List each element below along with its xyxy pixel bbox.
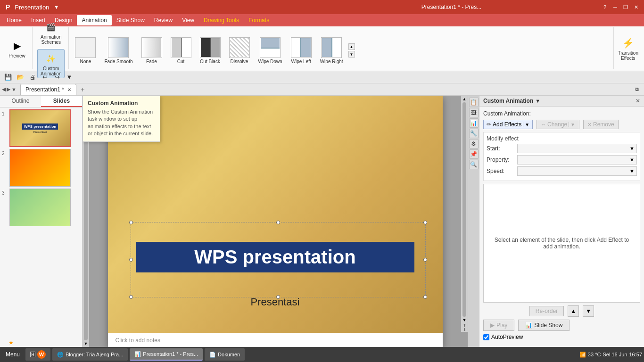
tab-presentation1[interactable]: Presentation1 * ✕: [20, 84, 76, 95]
taskbar-dokumen[interactable]: 📄 Dokumen: [205, 348, 245, 361]
play-btn[interactable]: ▶ Play: [483, 320, 514, 331]
handle-br[interactable]: [423, 295, 427, 299]
transition-fade[interactable]: Fade: [138, 32, 165, 69]
right-panel-header: Custom Animation ▼ ✕: [479, 96, 644, 107]
scroll-up-right[interactable]: ▲: [462, 97, 467, 101]
reorder-up-btn[interactable]: ▲: [568, 305, 579, 317]
slide-subtitle[interactable]: Presentasi: [136, 296, 414, 308]
menu-review[interactable]: Review: [149, 15, 177, 25]
window-controls[interactable]: ? ─ ❐ ✕: [601, 3, 640, 11]
qa-save[interactable]: 💾: [3, 72, 13, 82]
menu-home[interactable]: Home: [2, 15, 26, 25]
change-arrow[interactable]: ▼: [569, 122, 575, 127]
menu-animation[interactable]: Animation: [77, 15, 111, 25]
main-area: Outline Slides 1 WPS presentation Presen…: [0, 96, 644, 347]
menu-slideshow[interactable]: Slide Show: [112, 15, 149, 25]
vertical-scrollbar[interactable]: ▲ ▼ ⬆ ⬇: [461, 96, 468, 332]
change-btn[interactable]: ↔ Change ▼: [537, 120, 579, 129]
scroll-down-right[interactable]: ▼: [462, 318, 467, 322]
transition-none[interactable]: None: [72, 32, 99, 69]
panel-close-btn[interactable]: ✕: [636, 98, 640, 104]
menu-view[interactable]: View: [177, 15, 199, 25]
animation-schemes-label: AnimationSchemes: [41, 34, 61, 45]
taskbar-menu[interactable]: Menu: [2, 351, 24, 358]
qa-more[interactable]: ▼: [64, 72, 74, 82]
panel-tab-slides[interactable]: Slides: [41, 96, 82, 107]
handle-ml[interactable]: [129, 258, 133, 262]
qa-redo[interactable]: ↪: [52, 72, 62, 82]
transition-fade-smooth[interactable]: Fade Smooth: [101, 32, 136, 69]
scroll-collapse-up[interactable]: ⬆: [463, 323, 466, 328]
autopreview-row: AutoPreview: [483, 334, 640, 340]
side-btn-1[interactable]: 📋: [469, 98, 479, 107]
side-btn-2[interactable]: 🖼: [469, 108, 479, 117]
panel-dropdown-btn[interactable]: ▼: [535, 98, 540, 104]
taskbar-presentation[interactable]: 📊 Presentation1 * - Pres...: [130, 348, 203, 361]
speed-dropdown[interactable]: ▼: [517, 166, 637, 176]
qa-print[interactable]: 🖨: [27, 72, 38, 82]
side-btn-4[interactable]: 🔧: [469, 129, 479, 138]
side-btn-7[interactable]: 🔍: [469, 160, 479, 169]
remove-btn[interactable]: ✕ Remove: [583, 120, 619, 129]
transition-effects-icon[interactable]: ⚡: [620, 35, 636, 50]
menu-drawing-tools[interactable]: Drawing Tools: [199, 15, 244, 25]
add-effects-btn[interactable]: ✏ Add Effects ▼: [483, 120, 533, 129]
qa-open[interactable]: 📂: [15, 72, 25, 82]
transition-cut-black[interactable]: Cut Black: [197, 32, 224, 69]
add-effects-arrow[interactable]: ▼: [523, 122, 529, 127]
scroll-collapse-down[interactable]: ⬇: [463, 328, 466, 332]
side-btn-6[interactable]: 📌: [469, 149, 479, 159]
menu-formats[interactable]: Formats: [244, 15, 274, 25]
handle-bl[interactable]: [129, 295, 133, 299]
slide-preview-2[interactable]: [9, 149, 71, 187]
reorder-btn[interactable]: Re-order: [529, 306, 564, 316]
help-btn[interactable]: ?: [601, 3, 609, 11]
taskbar-blogger[interactable]: 🌐 Blogger: Tria Ajeng Pra...: [52, 348, 128, 361]
side-btn-5[interactable]: ⚙: [469, 139, 479, 148]
property-dropdown[interactable]: ▼: [517, 155, 637, 165]
transition-cut-label: Cut: [177, 59, 185, 64]
transition-cut[interactable]: Cut: [167, 32, 195, 69]
slide-thumb-2[interactable]: 2: [2, 149, 80, 187]
autopreview-checkbox[interactable]: [483, 334, 489, 340]
transition-scroll-down[interactable]: ▼: [348, 51, 355, 58]
animation-schemes-btn[interactable]: 🎬 AnimationSchemes: [38, 18, 64, 46]
start-dropdown[interactable]: ▼: [517, 144, 637, 153]
slide-preview-3[interactable]: [9, 189, 71, 226]
preview-btn[interactable]: ▶ Preview: [6, 37, 28, 60]
slide-thumb-3[interactable]: 3 ★: [2, 189, 80, 226]
nav-back[interactable]: ◀: [2, 86, 6, 92]
restore-btn[interactable]: ❐: [621, 3, 630, 11]
panel-tab-outline[interactable]: Outline: [0, 96, 41, 107]
notes-area[interactable]: Click to add notes: [108, 333, 443, 347]
nav-dropdown[interactable]: ▼: [11, 87, 17, 92]
effects-buttons-row: ✏ Add Effects ▼ ↔ Change ▼ ✕ Remove: [483, 120, 640, 129]
handle-tr[interactable]: [423, 221, 427, 224]
reorder-down-btn[interactable]: ▼: [583, 305, 594, 317]
nav-forward[interactable]: ▶: [7, 86, 10, 92]
tab-add-btn[interactable]: +: [77, 84, 88, 95]
side-btn-3[interactable]: 📊: [469, 118, 479, 128]
transition-scroll-up[interactable]: ▲: [348, 43, 355, 50]
restore-down-btn[interactable]: ⧉: [632, 84, 642, 95]
transition-wipe-down[interactable]: Wipe Down: [255, 32, 286, 69]
handle-tc[interactable]: [276, 221, 280, 224]
scroll-down-btn[interactable]: ▼: [84, 341, 88, 346]
slideshow-btn[interactable]: 📊 Slide Show: [518, 320, 570, 331]
transition-wipe-right[interactable]: Wipe Right: [317, 32, 347, 69]
tab-close-btn[interactable]: ✕: [67, 87, 71, 92]
qa-undo[interactable]: ↩: [40, 72, 50, 82]
close-btn[interactable]: ✕: [632, 3, 640, 11]
minimize-btn[interactable]: ─: [611, 3, 619, 11]
transition-wipe-left[interactable]: Wipe Left: [288, 32, 315, 69]
handle-mr[interactable]: [423, 258, 427, 262]
slide-thumb-1[interactable]: 1 WPS presentation Presentasi: [2, 109, 80, 147]
presentation-icon: 📊: [134, 351, 141, 357]
taskbar-wps-icon[interactable]: 🅆 W: [25, 348, 50, 361]
speed-arrow: ▼: [629, 168, 635, 174]
transition-dissolve[interactable]: Dissolve: [226, 32, 253, 69]
ribbon: ▶ Preview 🎬 AnimationSchemes ✨ CustomAni…: [0, 26, 644, 71]
slide-preview-1[interactable]: WPS presentation Presentasi: [9, 109, 71, 147]
slide-title[interactable]: WPS presentation: [136, 242, 414, 272]
handle-tl[interactable]: [129, 221, 133, 224]
